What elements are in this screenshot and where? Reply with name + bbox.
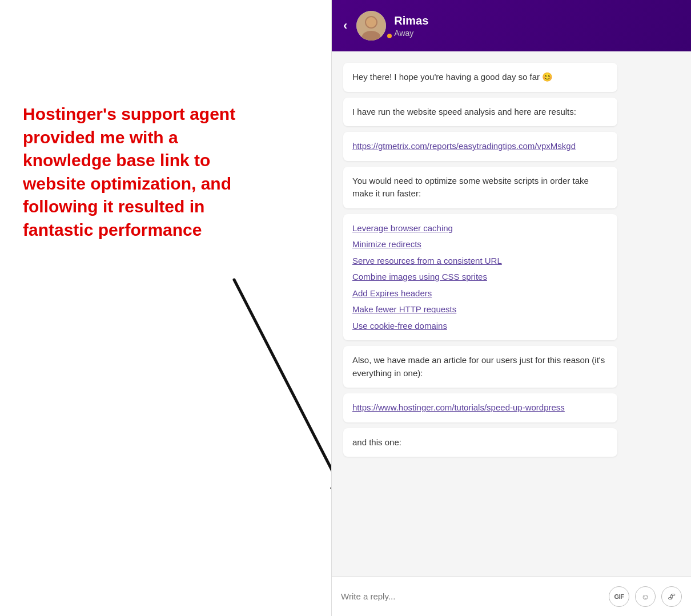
svg-point-5	[366, 17, 376, 27]
paperclip-icon: 🖇	[668, 592, 676, 601]
user-name: Rimas	[394, 14, 428, 27]
link-fewer-http[interactable]: Make fewer HTTP requests	[352, 304, 456, 314]
msg2-text: I have run the website speed analysis an…	[352, 106, 608, 119]
reply-input[interactable]	[341, 591, 609, 601]
msg1-text: Hey there! I hope you're having a good d…	[352, 71, 608, 84]
message-5: Leverage browser caching Minimize redire…	[343, 214, 617, 341]
emoji-icon: ☺	[641, 592, 649, 601]
chat-panel: ‹ Rimas Away Hey there! I hope you're ha…	[331, 0, 691, 616]
chat-header: ‹ Rimas Away	[332, 0, 691, 51]
link-serve-resources[interactable]: Serve resources from a consistent URL	[352, 256, 502, 265]
chat-input-area: GIF ☺ 🖇	[332, 576, 691, 616]
message-1: Hey there! I hope you're having a good d…	[343, 63, 617, 92]
message-6: Also, we have made an article for our us…	[343, 346, 617, 388]
gif-button[interactable]: GIF	[609, 586, 629, 607]
back-button[interactable]: ‹	[343, 18, 347, 33]
emoji-button[interactable]: ☺	[635, 586, 656, 607]
message-2: I have run the website speed analysis an…	[343, 98, 617, 127]
message-8: and this one:	[343, 428, 617, 457]
avatar-wrapper	[356, 11, 394, 41]
msg6-text: Also, we have made an article for our us…	[352, 354, 608, 380]
chat-user-info: Rimas Away	[394, 14, 428, 38]
avatar	[356, 11, 386, 41]
link-add-expires[interactable]: Add Expires headers	[352, 288, 432, 298]
chat-messages[interactable]: Hey there! I hope you're having a good d…	[332, 51, 691, 576]
gtmetrix-link[interactable]: https://gtmetrix.com/reports/easytrading…	[352, 141, 576, 151]
link-cookie-free[interactable]: Use cookie-free domains	[352, 321, 447, 331]
link-minimize-redirects[interactable]: Minimize redirects	[352, 239, 421, 249]
chat-input-icons: GIF ☺ 🖇	[609, 586, 682, 607]
hostinger-link[interactable]: https://www.hostinger.com/tutorials/spee…	[352, 402, 565, 412]
attach-button[interactable]: 🖇	[661, 586, 682, 607]
message-7: https://www.hostinger.com/tutorials/spee…	[343, 393, 617, 422]
message-3: https://gtmetrix.com/reports/easytrading…	[343, 132, 617, 161]
left-panel: Hostinger's support agent provided me wi…	[0, 0, 331, 616]
status-dot	[386, 33, 393, 39]
msg4-text: You would need to optimize some website …	[352, 175, 608, 200]
link-combine-images[interactable]: Combine images using CSS sprites	[352, 272, 487, 281]
link-leverage-browser-caching[interactable]: Leverage browser caching	[352, 223, 453, 233]
msg8-text: and this one:	[352, 436, 608, 449]
annotation-text: Hostinger's support agent provided me wi…	[23, 103, 263, 241]
user-status: Away	[394, 29, 428, 38]
message-4: You would need to optimize some website …	[343, 167, 617, 208]
